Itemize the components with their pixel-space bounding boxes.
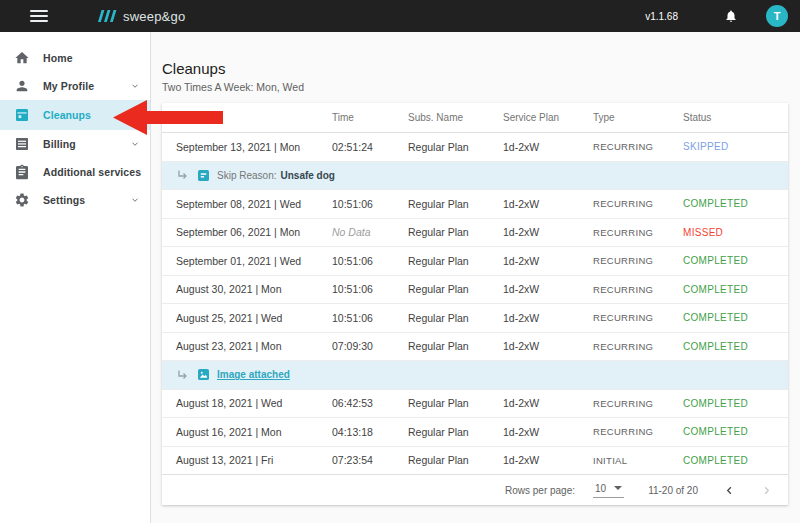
- cell-date: August 18, 2021 | Wed: [162, 397, 332, 409]
- status-badge: COMPLETED: [683, 426, 788, 437]
- cell-time: 10:51:06: [332, 312, 408, 324]
- comment-icon: [198, 170, 209, 181]
- app-logo[interactable]: sweep&go: [98, 9, 185, 24]
- status-badge: COMPLETED: [683, 284, 788, 295]
- sidebar-item-home[interactable]: Home: [0, 44, 150, 72]
- sidebar-item-my-profile[interactable]: My Profile: [0, 72, 150, 100]
- cell-subs-name: Regular Plan: [408, 397, 503, 409]
- cell-type: RECURRING: [593, 227, 683, 238]
- sidebar-item-label: Cleanups: [43, 109, 91, 121]
- cell-subs-name: Regular Plan: [408, 312, 503, 324]
- page-title: Cleanups: [162, 60, 788, 77]
- sidebar: Home My Profile Cleanups: [0, 32, 151, 523]
- app-version: v1.1.68: [645, 11, 678, 22]
- cell-subs-name: Regular Plan: [408, 454, 503, 466]
- cell-subs-name: Regular Plan: [408, 141, 503, 153]
- cell-time: 10:51:06: [332, 255, 408, 267]
- cell-time: 10:51:06: [332, 198, 408, 210]
- billing-icon: [14, 136, 30, 152]
- table-pagination: Rows per page: 10 11-20 of 20: [162, 475, 788, 505]
- calendar-icon: [14, 107, 30, 123]
- column-header-subs-name: Subs. Name: [408, 112, 503, 123]
- cell-time: 10:51:06: [332, 283, 408, 295]
- status-badge: COMPLETED: [683, 198, 788, 209]
- cell-type: RECURRING: [593, 141, 683, 152]
- elbow-arrow-icon: [176, 169, 188, 181]
- image-attached-link[interactable]: Image attached: [217, 369, 290, 380]
- cell-service-plan: 1d-2xW: [503, 397, 593, 409]
- cell-type: RECURRING: [593, 426, 683, 437]
- elbow-arrow-icon: [176, 369, 188, 381]
- cleanups-table-card: Date Time Subs. Name Service Plan Type S…: [162, 103, 788, 505]
- cell-time: 07:23:54: [332, 454, 408, 466]
- image-icon: [198, 369, 209, 380]
- clipboard-icon: [14, 164, 30, 180]
- status-badge: SKIPPED: [683, 141, 788, 152]
- status-badge: COMPLETED: [683, 255, 788, 266]
- cell-subs-name: Regular Plan: [408, 226, 503, 238]
- status-badge: COMPLETED: [683, 341, 788, 352]
- pagination-range: 11-20 of 20: [648, 485, 698, 496]
- rows-per-page-value: 10: [595, 483, 606, 494]
- cell-subs-name: Regular Plan: [408, 283, 503, 295]
- sidebar-item-label: Home: [43, 52, 73, 64]
- previous-page-button[interactable]: [724, 485, 735, 496]
- home-icon: [14, 50, 30, 66]
- cell-time-no-data: No Data: [332, 226, 408, 238]
- table-row: September 13, 2021 | Mon 02:51:24 Regula…: [162, 133, 788, 162]
- table-row: August 16, 2021 | Mon 04:13:18 Regular P…: [162, 418, 788, 447]
- sidebar-item-label: Settings: [43, 194, 85, 206]
- cell-service-plan: 1d-2xW: [503, 312, 593, 324]
- table-row: August 25, 2021 | Wed 10:51:06 Regular P…: [162, 304, 788, 333]
- cell-date: August 25, 2021 | Wed: [162, 312, 332, 324]
- chevron-down-icon: [130, 195, 140, 205]
- cell-date: September 08, 2021 | Wed: [162, 198, 332, 210]
- cell-time: 06:42:53: [332, 397, 408, 409]
- status-badge: MISSED: [683, 227, 788, 238]
- rows-per-page-select[interactable]: 10: [593, 483, 624, 498]
- cell-subs-name: Regular Plan: [408, 426, 503, 438]
- user-avatar[interactable]: T: [766, 5, 788, 27]
- cell-date: September 13, 2021 | Mon: [162, 141, 332, 153]
- topbar: sweep&go v1.1.68 T: [0, 0, 800, 32]
- table-row: August 13, 2021 | Fri 07:23:54 Regular P…: [162, 447, 788, 476]
- next-page-button: [761, 485, 772, 496]
- cell-date: August 13, 2021 | Fri: [162, 454, 332, 466]
- skip-reason-label: Skip Reason:: [217, 170, 276, 181]
- cell-type: RECURRING: [593, 198, 683, 209]
- sidebar-item-additional-services[interactable]: Additional services: [0, 158, 150, 186]
- status-badge: COMPLETED: [683, 455, 788, 466]
- cell-date: August 30, 2021 | Mon: [162, 283, 332, 295]
- table-row: September 01, 2021 | Wed 10:51:06 Regula…: [162, 247, 788, 276]
- cell-service-plan: 1d-2xW: [503, 226, 593, 238]
- sidebar-item-billing[interactable]: Billing: [0, 130, 150, 158]
- cell-date: August 23, 2021 | Mon: [162, 340, 332, 352]
- column-header-date: Date: [162, 112, 332, 123]
- cell-type: INITIAL: [593, 455, 683, 466]
- caret-down-icon: [614, 486, 622, 490]
- main-content: Cleanups Two Times A Week: Mon, Wed Date…: [151, 32, 800, 523]
- sidebar-item-label: Billing: [43, 138, 76, 150]
- cell-date: September 01, 2021 | Wed: [162, 255, 332, 267]
- cell-subs-name: Regular Plan: [408, 340, 503, 352]
- status-badge: COMPLETED: [683, 312, 788, 323]
- cell-subs-name: Regular Plan: [408, 255, 503, 267]
- cell-type: RECURRING: [593, 341, 683, 352]
- sidebar-item-settings[interactable]: Settings: [0, 186, 150, 214]
- cell-time: 07:09:30: [332, 340, 408, 352]
- logo-slashes-icon: [98, 10, 117, 22]
- cell-type: RECURRING: [593, 255, 683, 266]
- hamburger-menu-icon[interactable]: [30, 10, 48, 22]
- cell-date: August 16, 2021 | Mon: [162, 426, 332, 438]
- status-badge: COMPLETED: [683, 398, 788, 409]
- cell-type: RECURRING: [593, 312, 683, 323]
- cell-type: RECURRING: [593, 284, 683, 295]
- cell-service-plan: 1d-2xW: [503, 340, 593, 352]
- cell-type: RECURRING: [593, 398, 683, 409]
- sidebar-item-cleanups[interactable]: Cleanups: [0, 100, 150, 130]
- chevron-down-icon: [130, 139, 140, 149]
- cell-time: 02:51:24: [332, 141, 408, 153]
- skip-reason-value: Unsafe dog: [280, 170, 334, 181]
- cell-service-plan: 1d-2xW: [503, 141, 593, 153]
- notifications-bell-icon[interactable]: [724, 9, 738, 23]
